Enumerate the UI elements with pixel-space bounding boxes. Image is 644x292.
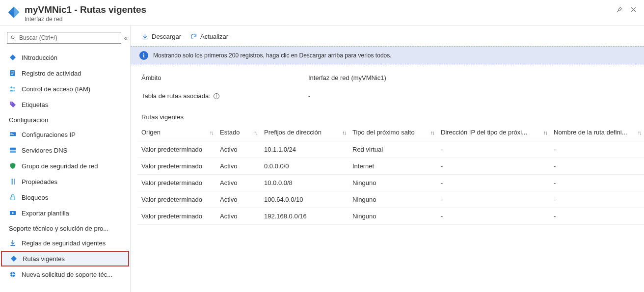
sort-icon[interactable]: ↑↓ <box>254 130 257 135</box>
sidebar-item-top-3[interactable]: Etiquetas <box>0 97 130 112</box>
cell-state: Activo <box>216 175 260 191</box>
info-banner-text: Mostrando solo los primeros 200 registro… <box>153 52 392 59</box>
column-header-0[interactable]: Origen↑↓ <box>137 124 216 141</box>
sidebar-item-config-1[interactable]: Servidores DNS <box>0 142 130 158</box>
table-row[interactable]: Valor predeterminadoActivo192.168.0.0/16… <box>137 208 644 225</box>
download-button[interactable]: Descargar <box>141 33 181 40</box>
sidebar-item-label: Grupo de seguridad de red <box>22 162 98 170</box>
table-row[interactable]: Valor predeterminadoActivo10.0.0.0/8Ning… <box>137 175 644 191</box>
refresh-icon <box>190 33 197 40</box>
sidebar-item-support-2[interactable]: Nueva solicitud de soporte téc... <box>0 266 130 282</box>
svg-rect-13 <box>10 133 12 133</box>
svg-rect-14 <box>10 134 14 135</box>
sort-icon[interactable]: ↑↓ <box>638 130 641 135</box>
cell-prefix: 10.1.1.0/24 <box>260 141 349 158</box>
cell-hop: Ninguno <box>349 175 437 191</box>
header-titles: myVMNic1 - Rutas vigentes Interfaz de re… <box>25 4 616 23</box>
search-input[interactable]: Buscar (Ctrl+/) <box>7 32 121 44</box>
cell-state: Activo <box>216 141 260 158</box>
download-icon <box>141 33 149 40</box>
sidebar: Buscar (Ctrl+/) « INtroducciónRegistro d… <box>0 26 131 292</box>
route-table-label: Tabla de rutas asociada: i <box>141 92 308 100</box>
column-header-label: Tipo del próximo salto <box>352 129 415 136</box>
column-header-label: Prefijos de dirección <box>264 129 322 136</box>
sidebar-item-support-0[interactable]: Reglas de seguridad vigentes <box>0 235 130 251</box>
sidebar-item-label: Rutas vigentes <box>23 255 65 263</box>
cell-name: - <box>550 191 644 208</box>
sidebar-item-support-1[interactable]: Rutas vigentes <box>1 251 129 266</box>
cell-origin: Valor predeterminado <box>137 208 216 225</box>
page-subtitle: Interfaz de red <box>25 16 616 23</box>
cell-prefix: 0.0.0.0/0 <box>260 158 349 175</box>
column-header-1[interactable]: Estado↑↓ <box>216 124 260 141</box>
cell-hop: Red virtual <box>349 141 437 158</box>
refresh-button[interactable]: Actualizar <box>190 33 228 40</box>
svg-rect-19 <box>14 179 15 185</box>
cell-state: Activo <box>216 208 260 225</box>
cell-hopip: - <box>437 141 550 158</box>
export-icon <box>9 209 17 217</box>
svg-rect-20 <box>11 197 15 200</box>
log-icon <box>9 69 17 77</box>
sidebar-item-config-3[interactable]: Propiedades <box>0 174 130 189</box>
content-pane: Descargar Actualizar i Mostrando solo lo… <box>131 26 644 292</box>
info-banner: i Mostrando solo los primeros 200 regist… <box>131 47 644 64</box>
close-icon[interactable] <box>630 6 637 15</box>
group-soporte: Soporte técnico y solución de pro... <box>0 221 130 235</box>
sidebar-item-config-4[interactable]: Bloqueos <box>0 189 130 205</box>
cell-prefix: 10.0.0.0/8 <box>260 175 349 191</box>
blade-header: myVMNic1 - Rutas vigentes Interfaz de re… <box>0 0 644 26</box>
dns-icon <box>9 146 17 154</box>
sidebar-item-label: Reglas de seguridad vigentes <box>22 239 106 247</box>
table-row[interactable]: Valor predeterminadoActivo100.64.0.0/10N… <box>137 191 644 208</box>
svg-marker-22 <box>11 256 17 262</box>
sidebar-item-top-0[interactable]: INtroducción <box>0 50 130 65</box>
pin-icon[interactable] <box>616 6 623 15</box>
cell-origin: Valor predeterminado <box>137 191 216 208</box>
nic-icon <box>9 53 17 61</box>
svg-rect-6 <box>11 72 14 72</box>
svg-rect-18 <box>12 179 13 185</box>
sidebar-item-label: Bloqueos <box>22 194 48 201</box>
ipconfig-icon <box>9 131 17 138</box>
column-header-4[interactable]: Dirección IP del tipo de próxi...↑↓ <box>437 124 550 141</box>
svg-point-10 <box>13 87 15 88</box>
table-row[interactable]: Valor predeterminadoActivo0.0.0.0/0Inter… <box>137 158 644 175</box>
sort-icon[interactable]: ↑↓ <box>342 130 346 135</box>
sidebar-item-config-0[interactable]: Configuraciones IP <box>0 127 130 142</box>
table-row[interactable]: Valor predeterminadoActivo10.1.1.0/24Red… <box>137 141 644 158</box>
search-placeholder: Buscar (Ctrl+/) <box>19 34 57 41</box>
column-header-2[interactable]: Prefijos de dirección↑↓ <box>260 124 349 141</box>
sidebar-item-label: Registro de actividad <box>22 70 81 77</box>
sidebar-item-config-2[interactable]: Grupo de seguridad de red <box>0 158 130 174</box>
routes-table-title: Rutas vigentes <box>131 105 644 124</box>
cell-hopip: - <box>437 191 550 208</box>
info-tooltip-icon[interactable]: i <box>214 93 219 99</box>
column-header-3[interactable]: Tipo del próximo salto↑↓ <box>349 124 437 141</box>
sidebar-item-top-1[interactable]: Registro de actividad <box>0 65 130 81</box>
cell-hopip: - <box>437 208 550 225</box>
cell-state: Activo <box>216 158 260 175</box>
sort-icon[interactable]: ↑↓ <box>543 130 547 135</box>
routes-icon <box>10 255 18 263</box>
sort-icon[interactable]: ↑↓ <box>430 130 434 135</box>
cell-origin: Valor predeterminado <box>137 175 216 191</box>
sidebar-item-label: Exportar plantilla <box>22 210 69 217</box>
column-header-5[interactable]: Nombre de la ruta defini...↑↓ <box>550 124 644 141</box>
svg-rect-12 <box>10 132 16 136</box>
sidebar-item-label: Control de acceso (IAM) <box>22 85 90 93</box>
info-icon: i <box>139 51 148 60</box>
svg-rect-8 <box>11 74 13 75</box>
cell-name: - <box>550 141 644 158</box>
sidebar-item-config-5[interactable]: Exportar plantilla <box>0 205 130 221</box>
people-icon <box>9 85 17 93</box>
tag-icon <box>9 101 17 108</box>
sort-icon[interactable]: ↑↓ <box>210 130 213 135</box>
route-table-value: - <box>308 92 310 100</box>
cell-hopip: - <box>437 175 550 191</box>
cell-origin: Valor predeterminado <box>137 158 216 175</box>
svg-point-9 <box>10 86 12 88</box>
sidebar-item-top-2[interactable]: Control de acceso (IAM) <box>0 81 130 97</box>
group-configuracion: Configuración <box>0 112 130 127</box>
collapse-sidebar-icon[interactable]: « <box>124 34 126 42</box>
